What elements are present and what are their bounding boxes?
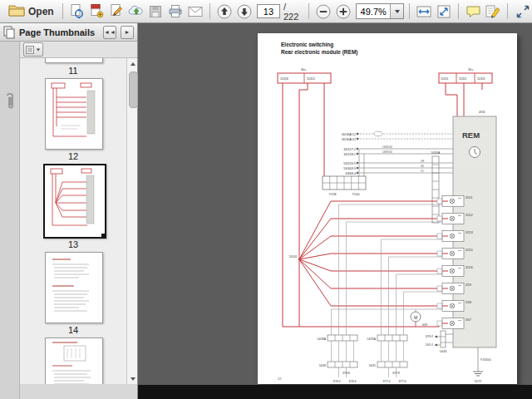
thumbnail-label: 12 — [20, 151, 126, 161]
highlight-button[interactable] — [484, 2, 503, 21]
unit-label: 3/111 — [466, 196, 472, 200]
thumbnail-label: 14 — [20, 325, 126, 335]
thumbnail-page-15[interactable] — [45, 337, 103, 384]
fuse-label: 11/D6 — [280, 77, 288, 81]
unit-label: 3/115 — [466, 249, 473, 252]
rem-label: REM — [462, 131, 480, 140]
scrollbar-thumb[interactable] — [129, 71, 138, 108]
wire-name: LBB/SGD — [382, 150, 392, 154]
thumbnail-scrollbar[interactable] — [126, 58, 137, 384]
expand-icon[interactable]: ► — [121, 26, 134, 39]
ground-strip-label: 54/36 — [319, 364, 326, 367]
wire-ref: 53/403:9 — [343, 167, 356, 170]
fullscreen-icon — [515, 3, 531, 20]
scroll-down-icon[interactable] — [127, 373, 138, 384]
email-icon — [187, 5, 204, 18]
unit-label: 3/57 — [466, 318, 471, 322]
fuse-label: 11/D1 — [441, 77, 448, 81]
ground-strip-label: 54/36A — [318, 337, 327, 341]
zoom-level-combo — [356, 3, 404, 19]
unit-label: 3/59 — [466, 283, 471, 287]
create-pdf-icon — [89, 3, 105, 19]
diagram-title-1: Electronic switching — [281, 42, 333, 48]
scroll-up-icon[interactable] — [127, 58, 138, 69]
fit-width-button[interactable] — [415, 2, 434, 21]
wire-ref: 16/16A:12 — [342, 133, 356, 136]
divider — [308, 3, 309, 19]
ground-point-label: 31/72 — [475, 380, 481, 383]
divider — [62, 3, 63, 19]
sidebar-panel: Page Thumbnails ◄◄ ► 11 12 — [0, 23, 138, 399]
wire-code: GR — [421, 160, 424, 163]
thumbnail-list: 11 12 13 — [20, 58, 137, 384]
thumbnail-preview — [46, 338, 102, 384]
unit-label: 3/113 — [466, 231, 473, 234]
export-pdf-button[interactable] — [68, 2, 87, 21]
thumbnail-label: 13 — [20, 239, 126, 249]
edit-pdf-button[interactable] — [107, 2, 126, 21]
divider — [458, 3, 459, 19]
options-icon[interactable] — [23, 42, 43, 57]
ground-ref: 3/76:4 — [333, 380, 341, 383]
rem-top-connector-label: 4/56 — [479, 111, 485, 114]
fuse-label: 11/D2 — [459, 77, 466, 81]
splice-label: 53/503 — [289, 255, 298, 259]
save-button[interactable] — [146, 2, 165, 21]
thumbnail-preview — [46, 253, 102, 323]
wire-ref: 16/5:1 — [426, 343, 433, 347]
thumbnail-page-14[interactable] — [45, 252, 103, 323]
divider — [507, 3, 508, 19]
comment-button[interactable] — [464, 2, 483, 21]
connector-column-label: 54/30A — [431, 151, 441, 155]
document-page[interactable]: Electronic switching Rear electronic mod… — [258, 33, 517, 384]
wire-ref: 53/226:9 — [343, 162, 356, 165]
email-button[interactable] — [185, 2, 204, 21]
zoom-in-button[interactable] — [334, 2, 353, 21]
thumbnail-preview — [45, 165, 101, 234]
open-button[interactable]: Open — [5, 2, 57, 21]
unit-label: 3/58 — [466, 301, 471, 304]
thumbnail-page-11[interactable] — [45, 58, 103, 63]
sidebar-title: Page Thumbnails — [19, 27, 99, 37]
thumbnail-page-13-selected[interactable] — [43, 164, 106, 239]
thumbnail-page-12[interactable] — [45, 78, 103, 150]
page-thumbnails-icon — [3, 26, 15, 39]
inline-connector-label: 7/140 — [352, 193, 360, 196]
selection-handle — [101, 234, 106, 239]
create-pdf-button[interactable] — [87, 2, 106, 21]
print-button[interactable] — [166, 2, 185, 21]
main-toolbar: Open / 222 — [0, 0, 532, 23]
power-label-right: 30+ — [468, 67, 474, 71]
wire-ref: 16/16A:22 — [342, 138, 356, 141]
unit-label: 3/112 — [466, 214, 473, 217]
paperclip-icon[interactable] — [3, 91, 17, 113]
divider — [409, 3, 410, 19]
fit-page-button[interactable] — [435, 2, 454, 21]
thumbnail-label: 11 — [20, 66, 126, 76]
folder-icon — [8, 2, 25, 20]
open-label: Open — [28, 6, 54, 17]
power-label-left: 30+ — [301, 67, 307, 71]
chevron-down-icon — [395, 10, 400, 13]
thumbnail-preview — [46, 79, 102, 149]
sidebar-header: Page Thumbnails ◄◄ ► — [0, 23, 137, 42]
ground-strip-label: 54/31 — [369, 364, 376, 367]
cloud-upload-icon — [128, 3, 145, 19]
highlight-icon — [485, 3, 501, 19]
collapse-icon[interactable]: ◄◄ — [103, 26, 116, 39]
motor-m: M — [414, 315, 417, 320]
unit-label: 3/116 — [466, 266, 473, 269]
ground-ref: 3/76:6 — [349, 380, 357, 383]
zoom-out-button[interactable] — [314, 2, 333, 21]
fullscreen-button[interactable] — [513, 2, 532, 21]
cloud-upload-button[interactable] — [126, 2, 145, 21]
zoom-level-input[interactable] — [357, 5, 390, 17]
motor-label: 6/37 — [422, 323, 428, 327]
previous-page-button[interactable] — [215, 2, 234, 21]
zoom-dropdown-button[interactable] — [390, 4, 403, 18]
page-number-input[interactable] — [257, 4, 280, 18]
document-pane: Electronic switching Rear electronic mod… — [138, 23, 532, 399]
print-icon — [167, 3, 184, 19]
next-page-button[interactable] — [234, 2, 254, 21]
wire-code: VO — [421, 170, 425, 173]
